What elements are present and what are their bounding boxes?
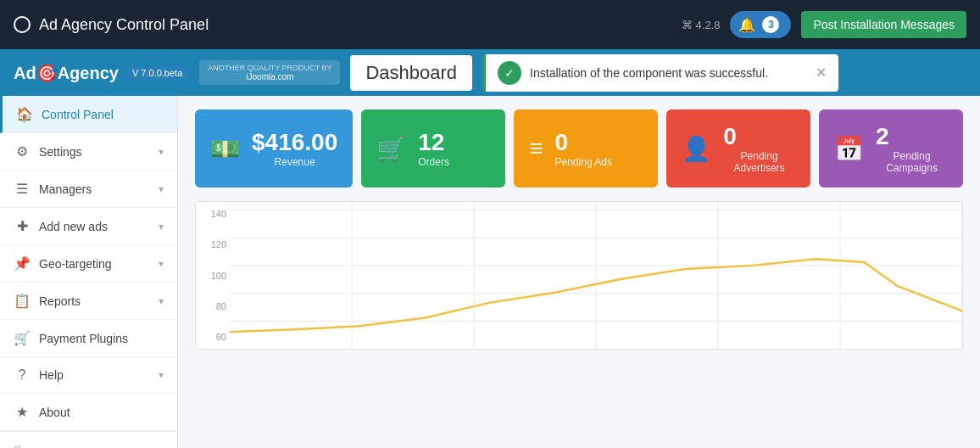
orders-value: 12 <box>418 129 449 156</box>
brand-name: Ad🎯Agency <box>14 63 119 83</box>
stat-card-pending-campaigns: 📅 2 Pending Campaigns <box>819 109 963 188</box>
settings-icon: ⚙ <box>14 143 31 160</box>
success-message: Installation of the component was succes… <box>530 66 807 80</box>
chevron-down-icon: ▾ <box>159 183 164 195</box>
sidebar-item-geo-targeting[interactable]: 📌 Geo-targeting ▾ <box>0 245 177 283</box>
sidebar-label-about: About <box>39 406 70 419</box>
chart-svg <box>230 202 962 349</box>
revenue-info: $416.00 Revenue <box>252 129 337 168</box>
sidebar-item-control-panel[interactable]: 🏠 Control Panel <box>0 96 177 133</box>
version-badge: ⌘ 4.2.8 <box>682 19 721 31</box>
pending-advertisers-value: 0 <box>723 123 795 150</box>
chevron-down-icon: ▾ <box>159 258 164 270</box>
managers-icon: ☰ <box>14 181 31 197</box>
y-label-100: 100 <box>199 271 226 281</box>
logo-circle <box>14 16 31 33</box>
sidebar-item-add-new-ads[interactable]: ✚ Add new ads ▾ <box>0 208 177 245</box>
sidebar-item-payment-plugins[interactable]: 🛒 Payment Plugins <box>0 320 177 357</box>
reports-icon: 📋 <box>14 293 31 309</box>
orders-icon: 🛒 <box>376 135 406 163</box>
ijoomla-line1: ANOTHER QUALITY PRODUCT BY <box>208 64 331 72</box>
y-label-80: 80 <box>199 301 226 311</box>
brand-icon: 🎯 <box>36 64 58 82</box>
sidebar-label-managers: Managers <box>39 182 92 196</box>
brand-part1: Ad <box>14 64 36 82</box>
orders-label: Orders <box>418 156 449 168</box>
add-icon: ✚ <box>14 218 31 234</box>
app-title: Ad Agency Control Panel <box>39 16 209 34</box>
post-install-button[interactable]: Post Installation Messages <box>801 11 966 38</box>
y-label-140: 140 <box>199 209 226 219</box>
main-layout: 🏠 Control Panel ⚙ Settings ▾ ☰ Managers … <box>0 96 980 448</box>
chevron-down-icon: ▾ <box>159 146 164 158</box>
revenue-icon: 💵 <box>210 135 240 163</box>
notification-button[interactable]: 🔔 3 <box>730 11 791 38</box>
stat-card-pending-ads: ≡ 0 Pending Ads <box>514 109 658 188</box>
home-icon: 🏠 <box>16 106 33 122</box>
brand-part2: Agency <box>58 64 119 82</box>
pending-advertisers-label: Pending Advertisers <box>723 150 795 174</box>
close-notification-button[interactable]: ✕ <box>816 64 827 81</box>
chart-area: 140 120 100 80 60 <box>195 201 963 350</box>
pending-campaigns-info: 2 Pending Campaigns <box>876 123 948 174</box>
sidebar-label-add-new-ads: Add new ads <box>39 220 108 233</box>
ijoomla-badge: ANOTHER QUALITY PRODUCT BY iJoomla.com <box>199 60 340 85</box>
pending-campaigns-value: 2 <box>876 123 948 150</box>
y-label-120: 120 <box>199 239 226 249</box>
success-notification: ✓ Installation of the component was succ… <box>482 54 838 92</box>
sidebar-item-about[interactable]: ★ About <box>0 394 177 431</box>
pending-ads-value: 0 <box>555 129 612 156</box>
sidebar: 🏠 Control Panel ⚙ Settings ▾ ☰ Managers … <box>0 96 178 448</box>
pending-advertisers-info: 0 Pending Advertisers <box>723 123 795 174</box>
pending-campaigns-icon: 📅 <box>834 135 864 163</box>
chart-y-labels: 140 120 100 80 60 <box>196 202 230 349</box>
sidebar-collapse-button[interactable]: « <box>0 431 177 448</box>
chevron-down-icon: ▾ <box>159 369 164 381</box>
y-label-60: 60 <box>199 332 226 342</box>
top-bar: Ad Agency Control Panel ⌘ 4.2.8 🔔 3 Post… <box>0 0 980 49</box>
sidebar-item-help[interactable]: ? Help ▾ <box>0 357 177 394</box>
sidebar-label-control-panel: Control Panel <box>42 108 114 121</box>
sidebar-item-settings[interactable]: ⚙ Settings ▾ <box>0 133 177 171</box>
top-bar-right: ⌘ 4.2.8 🔔 3 Post Installation Messages <box>682 11 966 38</box>
orders-info: 12 Orders <box>418 129 449 168</box>
notification-count: 3 <box>762 16 779 33</box>
sidebar-label-settings: Settings <box>39 145 82 159</box>
nav-bar: Ad🎯Agency V 7.0.0.beta ANOTHER QUALITY P… <box>0 49 980 96</box>
sidebar-label-payment-plugins: Payment Plugins <box>39 332 128 345</box>
sidebar-item-managers[interactable]: ☰ Managers ▾ <box>0 171 177 208</box>
sidebar-item-reports[interactable]: 📋 Reports ▾ <box>0 283 177 320</box>
content-area: 💵 $416.00 Revenue 🛒 12 Orders ≡ 0 Pendin… <box>178 96 980 448</box>
about-icon: ★ <box>14 404 31 420</box>
sidebar-label-reports: Reports <box>39 294 81 308</box>
pending-campaigns-label: Pending Campaigns <box>876 150 948 174</box>
success-icon: ✓ <box>498 61 521 85</box>
stats-row: 💵 $416.00 Revenue 🛒 12 Orders ≡ 0 Pendin… <box>195 109 963 188</box>
top-bar-left: Ad Agency Control Panel <box>14 16 209 34</box>
chart-grid <box>230 202 962 349</box>
brand-logo: Ad🎯Agency V 7.0.0.beta <box>14 63 189 83</box>
pending-ads-info: 0 Pending Ads <box>555 129 612 168</box>
chevron-down-icon: ▾ <box>159 295 164 307</box>
sidebar-label-help: Help <box>39 368 64 382</box>
version-tag: V 7.0.0.beta <box>125 66 189 80</box>
stat-card-revenue: 💵 $416.00 Revenue <box>195 109 353 188</box>
chevron-down-icon: ▾ <box>159 221 164 232</box>
ijoomla-line2: iJoomla.com <box>246 72 293 81</box>
pending-ads-label: Pending Ads <box>555 156 612 168</box>
geo-icon: 📌 <box>14 255 31 272</box>
stat-card-pending-advertisers: 👤 0 Pending Advertisers <box>666 109 810 188</box>
sidebar-label-geo-targeting: Geo-targeting <box>39 257 112 271</box>
stat-card-orders: 🛒 12 Orders <box>361 109 505 188</box>
bell-icon: 🔔 <box>738 17 755 33</box>
pending-ads-icon: ≡ <box>529 135 543 162</box>
dashboard-heading: Dashboard <box>350 55 472 91</box>
pending-advertisers-icon: 👤 <box>682 135 711 163</box>
revenue-label: Revenue <box>252 156 337 168</box>
revenue-value: $416.00 <box>252 129 337 156</box>
payment-icon: 🛒 <box>14 330 31 346</box>
help-icon: ? <box>14 367 31 383</box>
